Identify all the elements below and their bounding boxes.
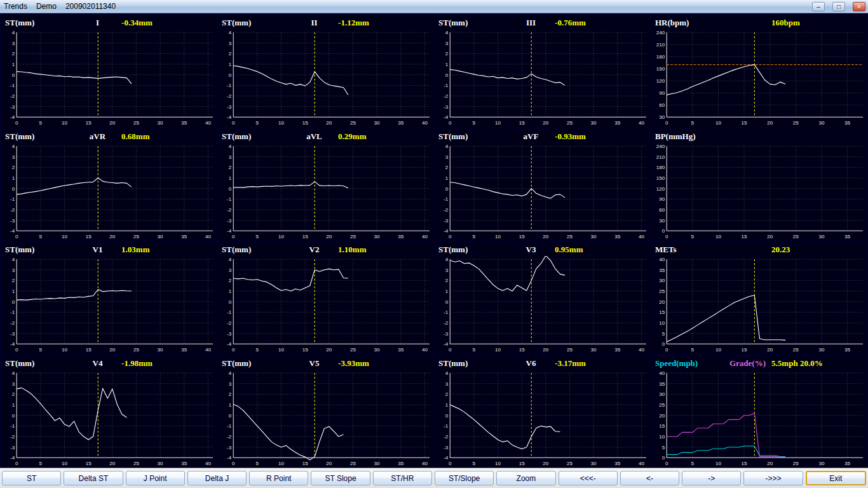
st-slope-ratio-button[interactable]: ST/Slope — [435, 471, 494, 485]
svg-text:5: 5 — [691, 461, 695, 466]
svg-text:0: 0 — [445, 186, 449, 191]
svg-text:20: 20 — [109, 461, 115, 466]
fast-back-button[interactable]: <<<- — [559, 471, 618, 485]
svg-text:25: 25 — [567, 347, 573, 353]
svg-text:-1: -1 — [444, 309, 449, 315]
close-button[interactable]: × — [853, 2, 865, 11]
svg-text:4: 4 — [229, 370, 232, 376]
svg-text:15: 15 — [86, 461, 92, 466]
svg-text:30: 30 — [659, 114, 665, 120]
svg-text:-2: -2 — [227, 320, 232, 326]
svg-text:3: 3 — [229, 41, 232, 46]
svg-text:5: 5 — [473, 347, 476, 353]
svg-text:20: 20 — [543, 461, 548, 466]
svg-text:10: 10 — [495, 347, 501, 353]
svg-text:0: 0 — [15, 347, 18, 353]
back-button[interactable]: <- — [620, 471, 679, 485]
forward-button[interactable]: -> — [682, 471, 741, 485]
svg-text:5: 5 — [256, 120, 259, 126]
titlebar: Trends Demo 200902011340 – □ × — [0, 0, 868, 13]
chart-value: -1.12mm — [338, 18, 430, 28]
svg-text:35: 35 — [398, 120, 403, 126]
svg-text:30: 30 — [158, 347, 163, 353]
svg-text:0: 0 — [662, 341, 665, 347]
svg-text:35: 35 — [181, 347, 187, 353]
svg-text:-1: -1 — [444, 196, 449, 202]
svg-text:-1: -1 — [10, 196, 15, 202]
svg-text:2: 2 — [229, 278, 232, 283]
chart-label: ST(mm) — [5, 245, 74, 255]
svg-text:-4: -4 — [444, 114, 449, 120]
chart-value: 5.5mph 20.0% — [771, 358, 863, 369]
chart-label: ST(mm) — [222, 358, 290, 369]
svg-text:-3: -3 — [10, 104, 15, 110]
chart-value: 0.95mm — [555, 245, 646, 255]
svg-text:-1: -1 — [227, 423, 232, 429]
svg-text:1: 1 — [445, 288, 449, 294]
chart-header: ST(mm)aVL0.29mm — [218, 128, 433, 143]
svg-text:15: 15 — [519, 461, 525, 466]
svg-text:25: 25 — [133, 347, 139, 353]
exit-button[interactable]: Exit — [806, 471, 866, 485]
chart-label: ST(mm) — [222, 18, 290, 28]
chart-panel-v2: ST(mm)V21.10mm-4-3-2-1012340510152025303… — [218, 241, 433, 354]
svg-text:-1: -1 — [227, 83, 232, 88]
svg-text:5: 5 — [473, 461, 476, 466]
svg-text:20: 20 — [326, 347, 332, 353]
svg-text:-1: -1 — [227, 196, 232, 202]
svg-text:2: 2 — [445, 391, 449, 397]
svg-text:10: 10 — [62, 234, 67, 240]
svg-text:-2: -2 — [10, 433, 15, 439]
st-slope-button[interactable]: ST Slope — [311, 471, 370, 485]
svg-text:4: 4 — [12, 257, 15, 262]
chart-lead: I — [74, 18, 121, 28]
delta-st-button[interactable]: Delta ST — [64, 471, 123, 485]
chart-canvas: -4-3-2-1012340510152025303540 — [218, 370, 433, 468]
svg-text:25: 25 — [350, 461, 356, 466]
svg-text:20: 20 — [326, 234, 332, 240]
zoom-button[interactable]: Zoom — [496, 471, 555, 485]
svg-text:35: 35 — [398, 234, 403, 240]
menu-demo[interactable]: Demo — [35, 2, 58, 11]
svg-text:-2: -2 — [10, 320, 15, 326]
st-hr-button[interactable]: ST/HR — [373, 471, 432, 485]
svg-text:35: 35 — [614, 461, 620, 466]
menu-trends[interactable]: Trends — [3, 2, 29, 11]
svg-text:240: 240 — [656, 143, 665, 149]
chart-canvas: -4-3-2-1012340510152025303540 — [435, 370, 650, 468]
svg-text:25: 25 — [567, 234, 573, 240]
svg-text:30: 30 — [158, 120, 163, 126]
maximize-button[interactable]: □ — [832, 2, 845, 11]
svg-text:-4: -4 — [10, 114, 15, 120]
svg-text:-3: -3 — [444, 104, 449, 110]
chart-label: ST(mm) — [222, 245, 290, 255]
delta-j-button[interactable]: Delta J — [187, 471, 247, 485]
svg-text:1: 1 — [12, 62, 15, 67]
svg-text:-3: -3 — [227, 217, 232, 223]
svg-text:4: 4 — [229, 30, 232, 36]
svg-text:30: 30 — [374, 234, 380, 240]
svg-text:1: 1 — [229, 402, 232, 407]
svg-text:-4: -4 — [227, 114, 232, 120]
svg-text:-3: -3 — [444, 331, 449, 337]
svg-text:30: 30 — [158, 461, 163, 466]
svg-text:30: 30 — [591, 347, 597, 353]
svg-text:5: 5 — [39, 120, 43, 126]
svg-text:25: 25 — [659, 288, 665, 294]
svg-text:-2: -2 — [10, 93, 15, 99]
j-point-button[interactable]: J Point — [126, 471, 185, 485]
st-button[interactable]: ST — [2, 471, 61, 485]
r-point-button[interactable]: R Point — [249, 471, 308, 485]
svg-text:0: 0 — [15, 120, 18, 126]
fast-forward-button[interactable]: ->>> — [743, 471, 803, 485]
svg-text:210: 210 — [656, 154, 665, 159]
svg-text:0: 0 — [665, 234, 668, 240]
svg-text:2: 2 — [229, 165, 232, 170]
svg-text:-3: -3 — [10, 444, 15, 450]
svg-text:15: 15 — [659, 309, 665, 315]
minimize-button[interactable]: – — [812, 2, 825, 11]
svg-text:4: 4 — [445, 30, 449, 36]
chart-header: ST(mm)II-1.12mm — [218, 15, 433, 29]
chart-value: 20.23 — [771, 245, 863, 255]
svg-text:5: 5 — [662, 331, 665, 337]
